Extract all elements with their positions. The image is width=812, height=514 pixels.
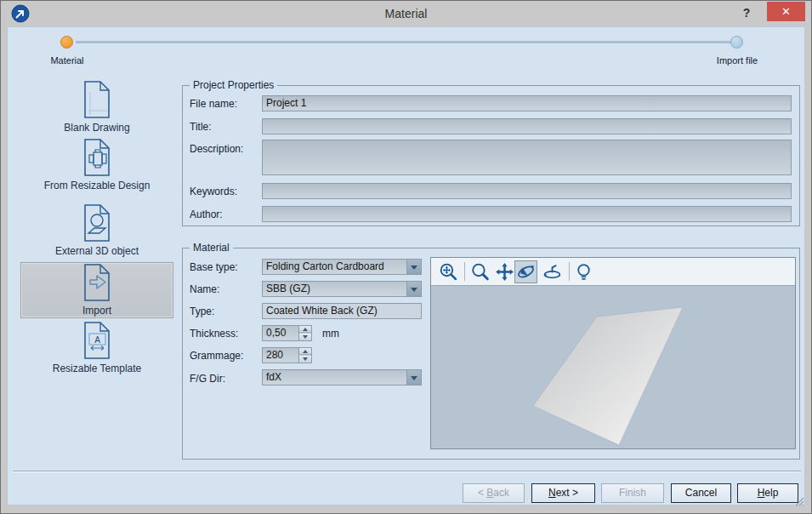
dialog-content: Material Import file Blank Drawing From … xyxy=(7,26,805,505)
svg-text:A: A xyxy=(94,335,100,345)
close-button[interactable]: ✕ xyxy=(767,2,805,21)
wizard-step-dot-import-file xyxy=(730,36,743,49)
material-sheet-3d xyxy=(431,286,795,448)
preview-toolbar xyxy=(431,258,795,286)
thickness-unit-label: mm xyxy=(322,328,339,340)
keywords-field[interactable] xyxy=(262,183,792,199)
resizable-template-icon: A xyxy=(82,322,111,359)
title-field[interactable] xyxy=(262,118,792,134)
description-field[interactable] xyxy=(262,140,792,175)
base-type-dropdown[interactable]: Folding Carton Cardboard xyxy=(262,259,422,275)
sidebar-item-blank-drawing[interactable]: Blank Drawing xyxy=(20,81,173,134)
pan-icon xyxy=(494,261,515,283)
zoom-icon xyxy=(469,261,491,283)
help-button[interactable]: ? xyxy=(736,3,757,23)
help-button-footer[interactable]: Help xyxy=(737,483,798,503)
preview-panel xyxy=(430,257,796,449)
cancel-button[interactable]: Cancel xyxy=(671,483,731,503)
resize-grip[interactable] xyxy=(794,494,804,510)
author-field[interactable] xyxy=(262,206,792,222)
file-name-label: File name: xyxy=(190,98,237,110)
resize-grip-icon xyxy=(794,496,804,506)
thickness-spin-down[interactable] xyxy=(299,334,311,340)
triangle-down-icon xyxy=(303,335,308,339)
author-label: Author: xyxy=(190,208,223,220)
triangle-up-icon xyxy=(303,350,308,353)
zoom-button[interactable] xyxy=(468,260,491,283)
wizard-step-label-material: Material xyxy=(29,55,105,66)
import-icon xyxy=(82,264,111,301)
chevron-down-icon xyxy=(411,376,417,380)
fg-dir-dropdown-button[interactable] xyxy=(406,370,421,385)
file-name-field[interactable]: Project 1 xyxy=(262,95,792,111)
light-button[interactable] xyxy=(572,260,595,283)
fg-dir-label: F/G Dir: xyxy=(190,373,225,385)
wizard-track xyxy=(76,41,732,43)
grammage-label: Grammage: xyxy=(190,350,243,362)
type-field[interactable]: Coated White Back (GZ) xyxy=(262,303,422,319)
chevron-down-icon xyxy=(411,288,417,292)
zoom-extents-icon xyxy=(438,261,459,283)
wizard-step-dot-material xyxy=(60,36,73,49)
title-label: Title: xyxy=(190,121,212,133)
material-dialog: Material ? ✕ Material Import file Blank … xyxy=(0,0,812,514)
external-3d-object-icon xyxy=(82,204,111,242)
description-label: Description: xyxy=(190,143,243,155)
toolbar-separator xyxy=(464,262,465,281)
sidebar-item-resizable-template[interactable]: A Resizable Template xyxy=(20,322,173,374)
grammage-input[interactable]: 280 xyxy=(262,347,312,363)
chevron-down-icon xyxy=(411,266,417,270)
window-title: Material xyxy=(1,1,811,26)
triangle-down-icon xyxy=(303,357,308,361)
thickness-label: Thickness: xyxy=(190,328,238,340)
back-button: < Back xyxy=(463,483,525,503)
turntable-button[interactable] xyxy=(541,260,564,283)
preview-3d-viewport[interactable] xyxy=(431,286,795,448)
name-dropdown-button[interactable] xyxy=(406,282,421,296)
finish-button: Finish xyxy=(601,483,664,503)
type-label: Type: xyxy=(190,306,214,317)
blank-drawing-icon xyxy=(82,81,111,118)
sidebar-item-external-3d-object[interactable]: External 3D object xyxy=(20,204,173,257)
grammage-spin-down[interactable] xyxy=(299,356,311,363)
rotate-object-button[interactable] xyxy=(514,260,537,283)
pan-button[interactable] xyxy=(493,260,516,283)
base-type-label: Base type: xyxy=(190,261,238,273)
from-resizable-design-icon xyxy=(82,139,111,176)
name-label: Name: xyxy=(190,283,219,295)
grammage-spin-up[interactable] xyxy=(299,348,311,355)
turntable-icon xyxy=(542,261,563,283)
sidebar-item-import[interactable]: Import xyxy=(20,262,173,318)
triangle-up-icon xyxy=(303,328,308,331)
fg-dir-dropdown[interactable]: fdX xyxy=(262,369,422,386)
project-properties-group-title: Project Properties xyxy=(190,79,277,92)
wizard-step-label-import-file: Import file xyxy=(699,55,775,66)
titlebar: Material ? ✕ xyxy=(1,1,811,26)
sidebar-item-from-resizable-design[interactable]: From Resizable Design xyxy=(20,139,173,191)
keywords-label: Keywords: xyxy=(190,186,237,197)
close-icon: ✕ xyxy=(781,5,791,18)
thickness-input[interactable]: 0,50 xyxy=(262,325,312,341)
material-group-title: Material xyxy=(190,242,233,254)
thickness-spin-up[interactable] xyxy=(299,326,311,333)
name-dropdown[interactable]: SBB (GZ) xyxy=(262,281,422,297)
next-button[interactable]: Next > xyxy=(531,483,595,503)
toolbar-separator xyxy=(569,262,570,281)
footer-separator xyxy=(13,471,801,472)
base-type-dropdown-button[interactable] xyxy=(406,260,421,274)
light-bulb-icon xyxy=(573,261,594,283)
zoom-extents-button[interactable] xyxy=(437,260,460,283)
rotate-object-icon xyxy=(515,261,537,283)
